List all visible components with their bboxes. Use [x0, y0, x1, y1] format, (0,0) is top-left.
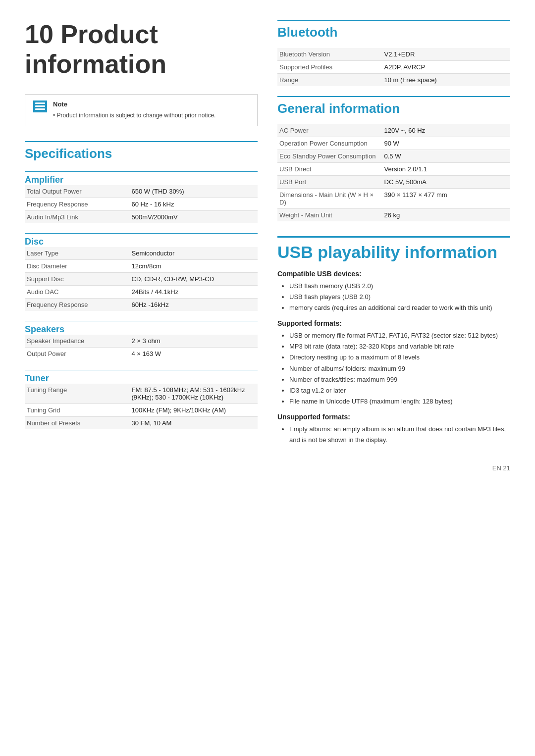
spec-value: V2.1+EDR [382, 48, 511, 61]
general-table: AC Power120V ~, 60 HzOperation Power Con… [277, 124, 510, 221]
table-row: AC Power120V ~, 60 Hz [277, 124, 510, 137]
spec-value: 26 kg [382, 209, 511, 222]
table-row: Speaker Impedance2 × 3 ohm [25, 335, 258, 348]
page-title-line1: 10 Product [25, 20, 158, 49]
table-row: Total Output Power650 W (THD 30%) [25, 185, 258, 198]
spec-name: Audio In/Mp3 Link [25, 210, 130, 223]
list-item: Number of albums/ folders: maximum 99 [289, 363, 510, 374]
spec-name: Frequency Response [25, 298, 130, 311]
list-item: USB flash memory (USB 2.0) [289, 281, 510, 292]
list-item: USB flash players (USB 2.0) [289, 292, 510, 302]
spec-name: Disc Diameter [25, 259, 130, 272]
note-icon [33, 101, 47, 112]
list-item: Empty albums: an empty album is an album… [289, 424, 510, 446]
general-section-title: General information [277, 96, 510, 116]
page-number: EN 21 [492, 464, 510, 472]
spec-value: 10 m (Free space) [382, 74, 511, 87]
tuner-table: Tuning RangeFM: 87.5 - 108MHz; AM: 531 -… [25, 384, 258, 429]
spec-name: Eco Standby Power Consumption [277, 150, 382, 163]
table-row: Audio DAC24Bits / 44.1kHz [25, 285, 258, 298]
spec-value: FM: 87.5 - 108MHz; AM: 531 - 1602kHz (9K… [130, 384, 258, 404]
spec-name: Tuning Range [25, 384, 130, 404]
spec-value: 4 × 163 W [130, 347, 258, 360]
spec-value: 60Hz -16kHz [130, 298, 258, 311]
table-row: Disc Diameter12cm/8cm [25, 259, 258, 272]
specifications-section-title: Specifications [25, 141, 258, 161]
spec-value: 2 × 3 ohm [130, 335, 258, 348]
spec-value: 24Bits / 44.1kHz [130, 285, 258, 298]
table-row: Operation Power Consumption90 W [277, 137, 510, 150]
table-row: Number of Presets30 FM, 10 AM [25, 416, 258, 429]
bluetooth-section: Bluetooth Bluetooth VersionV2.1+EDRSuppo… [277, 20, 510, 86]
spec-name: USB Port [277, 176, 382, 189]
table-row: Dimensions - Main Unit (W × H × D)390 × … [277, 189, 510, 209]
amplifier-subsection-title: Amplifier [25, 171, 258, 185]
amplifier-table: Total Output Power650 W (THD 30%)Frequen… [25, 185, 258, 223]
note-box: Note • Product information is subject to… [25, 94, 258, 126]
speakers-table: Speaker Impedance2 × 3 ohmOutput Power4 … [25, 335, 258, 360]
page-title-line2: information [25, 50, 166, 78]
spec-name: Tuning Grid [25, 403, 130, 416]
spec-value: Version 2.0/1.1 [382, 163, 511, 176]
table-row: Output Power4 × 163 W [25, 347, 258, 360]
spec-name: Operation Power Consumption [277, 137, 382, 150]
table-row: Tuning Grid100KHz (FM); 9KHz/10KHz (AM) [25, 403, 258, 416]
speakers-subsection-title: Speakers [25, 321, 258, 335]
spec-name: Speaker Impedance [25, 335, 130, 348]
spec-value: 650 W (THD 30%) [130, 185, 258, 198]
list-item: USB or memory file format FAT12, FAT16, … [289, 330, 510, 341]
spec-name: USB Direct [277, 163, 382, 176]
spec-value: Semiconductor [130, 247, 258, 260]
spec-name: Supported Profiles [277, 61, 382, 74]
spec-name: Bluetooth Version [277, 48, 382, 61]
table-row: Audio In/Mp3 Link500mV/2000mV [25, 210, 258, 223]
spec-name: AC Power [277, 124, 382, 137]
spec-value: 120V ~, 60 Hz [382, 124, 511, 137]
spec-name: Output Power [25, 347, 130, 360]
list-item: Number of tracks/titles: maximum 999 [289, 374, 510, 385]
table-row: Eco Standby Power Consumption0.5 W [277, 150, 510, 163]
table-row: Frequency Response60 Hz - 16 kHz [25, 198, 258, 210]
spec-value: 100KHz (FM); 9KHz/10KHz (AM) [130, 403, 258, 416]
page-title: 10 Product information [25, 20, 258, 79]
spec-name: Audio DAC [25, 285, 130, 298]
spec-value: 60 Hz - 16 kHz [130, 198, 258, 210]
table-row: USB DirectVersion 2.0/1.1 [277, 163, 510, 176]
spec-name: Range [277, 74, 382, 87]
spec-value: 30 FM, 10 AM [130, 416, 258, 429]
tuner-subsection-title: Tuner [25, 370, 258, 384]
spec-value: 0.5 W [382, 150, 511, 163]
table-row: Range10 m (Free space) [277, 74, 510, 87]
supported-formats-list: USB or memory file format FAT12, FAT16, … [277, 330, 510, 407]
spec-name: Total Output Power [25, 185, 130, 198]
spec-value: A2DP, AVRCP [382, 61, 511, 74]
table-row: Bluetooth VersionV2.1+EDR [277, 48, 510, 61]
list-item: memory cards (requires an additional car… [289, 302, 510, 313]
table-row: Weight - Main Unit26 kg [277, 209, 510, 222]
list-item: ID3 tag v1.2 or later [289, 385, 510, 396]
spec-name: Dimensions - Main Unit (W × H × D) [277, 189, 382, 209]
usb-section-title: USB playability information [277, 236, 510, 262]
list-item: Directory nesting up to a maximum of 8 l… [289, 352, 510, 363]
table-row: USB PortDC 5V, 500mA [277, 176, 510, 189]
spec-value: 500mV/2000mV [130, 210, 258, 223]
spec-name: Support Disc [25, 272, 130, 285]
table-row: Frequency Response60Hz -16kHz [25, 298, 258, 311]
table-row: Supported ProfilesA2DP, AVRCP [277, 61, 510, 74]
disc-subsection-title: Disc [25, 233, 258, 247]
note-label: Note [53, 101, 215, 108]
spec-value: 90 W [382, 137, 511, 150]
unsupported-formats-list: Empty albums: an empty album is an album… [277, 424, 510, 446]
spec-value: 12cm/8cm [130, 259, 258, 272]
compatible-devices-list: USB flash memory (USB 2.0)USB flash play… [277, 281, 510, 313]
table-row: Tuning RangeFM: 87.5 - 108MHz; AM: 531 -… [25, 384, 258, 404]
spec-name: Number of Presets [25, 416, 130, 429]
list-item: File name in Unicode UTF8 (maximum lengt… [289, 396, 510, 407]
bluetooth-section-title: Bluetooth [277, 20, 510, 40]
table-row: Laser TypeSemiconductor [25, 247, 258, 260]
spec-value: 390 × 1137 × 477 mm [382, 189, 511, 209]
disc-table: Laser TypeSemiconductorDisc Diameter12cm… [25, 247, 258, 311]
list-item: MP3 bit rate (data rate): 32-320 Kbps an… [289, 341, 510, 352]
bluetooth-table: Bluetooth VersionV2.1+EDRSupported Profi… [277, 48, 510, 86]
supported-formats-label: Supported formats: [277, 319, 510, 327]
